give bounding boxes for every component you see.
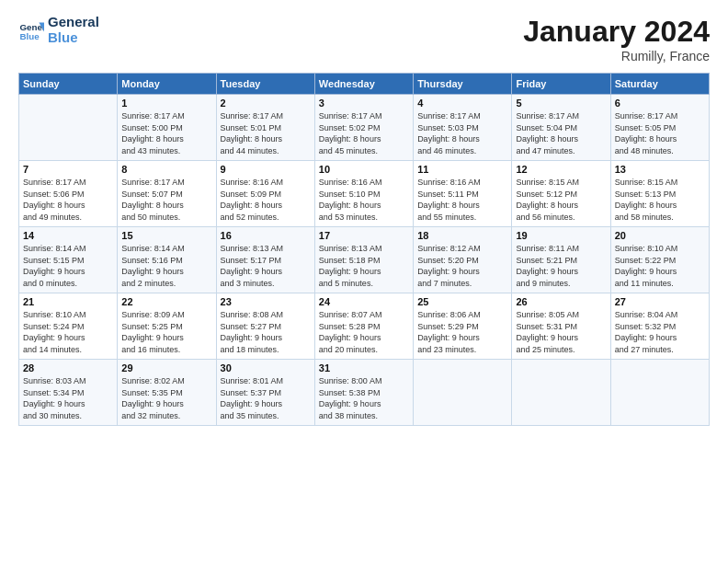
calendar-cell [610, 360, 709, 426]
day-info: Sunrise: 8:00 AM Sunset: 5:38 PM Dayligh… [319, 375, 409, 421]
week-row-3: 14Sunrise: 8:14 AM Sunset: 5:15 PM Dayli… [19, 227, 710, 293]
svg-text:Blue: Blue [19, 30, 40, 40]
day-info: Sunrise: 8:04 AM Sunset: 5:32 PM Dayligh… [615, 309, 705, 355]
day-info: Sunrise: 8:15 AM Sunset: 5:12 PM Dayligh… [516, 177, 606, 223]
day-info: Sunrise: 8:16 AM Sunset: 5:09 PM Dayligh… [221, 177, 311, 223]
calendar-cell: 8Sunrise: 8:17 AM Sunset: 5:07 PM Daylig… [118, 161, 216, 227]
logo-general: General [48, 15, 99, 30]
day-info: Sunrise: 8:17 AM Sunset: 5:06 PM Dayligh… [23, 177, 113, 223]
day-info: Sunrise: 8:17 AM Sunset: 5:04 PM Dayligh… [516, 110, 606, 156]
week-row-2: 7Sunrise: 8:17 AM Sunset: 5:06 PM Daylig… [19, 161, 710, 227]
day-number: 17 [319, 230, 409, 241]
page: General Blue General Blue January 2024 R… [0, 0, 728, 563]
day-info: Sunrise: 8:10 AM Sunset: 5:22 PM Dayligh… [615, 243, 705, 289]
day-number: 8 [121, 164, 211, 175]
logo: General Blue General Blue [18, 15, 99, 45]
day-number: 24 [319, 296, 409, 307]
day-number: 27 [615, 296, 705, 307]
month-title: January 2024 [523, 15, 710, 49]
day-info: Sunrise: 8:09 AM Sunset: 5:25 PM Dayligh… [121, 309, 211, 355]
day-number: 12 [516, 164, 606, 175]
day-number: 28 [23, 362, 113, 373]
day-number: 4 [417, 98, 507, 109]
calendar-cell: 14Sunrise: 8:14 AM Sunset: 5:15 PM Dayli… [19, 227, 118, 293]
calendar-cell: 16Sunrise: 8:13 AM Sunset: 5:17 PM Dayli… [216, 227, 314, 293]
calendar-cell: 29Sunrise: 8:02 AM Sunset: 5:35 PM Dayli… [118, 360, 216, 426]
calendar-cell: 17Sunrise: 8:13 AM Sunset: 5:18 PM Dayli… [314, 227, 413, 293]
day-number: 5 [516, 98, 606, 109]
week-row-5: 28Sunrise: 8:03 AM Sunset: 5:34 PM Dayli… [19, 360, 710, 426]
col-tuesday: Tuesday [216, 74, 314, 95]
calendar-cell: 6Sunrise: 8:17 AM Sunset: 5:05 PM Daylig… [610, 95, 709, 161]
col-saturday: Saturday [610, 74, 709, 95]
day-number: 10 [319, 164, 409, 175]
day-info: Sunrise: 8:17 AM Sunset: 5:02 PM Dayligh… [319, 110, 409, 156]
header-row: Sunday Monday Tuesday Wednesday Thursday… [19, 74, 710, 95]
calendar-cell [414, 360, 512, 426]
day-info: Sunrise: 8:16 AM Sunset: 5:10 PM Dayligh… [319, 177, 409, 223]
day-number: 1 [121, 98, 211, 109]
day-number: 19 [516, 230, 606, 241]
day-info: Sunrise: 8:10 AM Sunset: 5:24 PM Dayligh… [23, 309, 113, 355]
day-info: Sunrise: 8:17 AM Sunset: 5:00 PM Dayligh… [121, 110, 211, 156]
day-info: Sunrise: 8:03 AM Sunset: 5:34 PM Dayligh… [23, 375, 113, 421]
calendar-cell: 22Sunrise: 8:09 AM Sunset: 5:25 PM Dayli… [118, 293, 216, 360]
logo-blue: Blue [48, 30, 99, 46]
day-info: Sunrise: 8:02 AM Sunset: 5:35 PM Dayligh… [121, 375, 211, 421]
calendar-cell: 3Sunrise: 8:17 AM Sunset: 5:02 PM Daylig… [314, 95, 413, 161]
calendar-cell: 12Sunrise: 8:15 AM Sunset: 5:12 PM Dayli… [512, 161, 610, 227]
week-row-1: 1Sunrise: 8:17 AM Sunset: 5:00 PM Daylig… [19, 95, 710, 161]
day-number: 9 [221, 164, 311, 175]
day-info: Sunrise: 8:15 AM Sunset: 5:13 PM Dayligh… [615, 177, 705, 223]
col-friday: Friday [512, 74, 610, 95]
week-row-4: 21Sunrise: 8:10 AM Sunset: 5:24 PM Dayli… [19, 293, 710, 360]
day-number: 15 [121, 230, 211, 241]
calendar-cell: 20Sunrise: 8:10 AM Sunset: 5:22 PM Dayli… [610, 227, 709, 293]
calendar-cell: 2Sunrise: 8:17 AM Sunset: 5:01 PM Daylig… [216, 95, 314, 161]
calendar-cell: 11Sunrise: 8:16 AM Sunset: 5:11 PM Dayli… [414, 161, 512, 227]
calendar-cell: 30Sunrise: 8:01 AM Sunset: 5:37 PM Dayli… [216, 360, 314, 426]
day-info: Sunrise: 8:17 AM Sunset: 5:03 PM Dayligh… [417, 110, 507, 156]
calendar-cell: 26Sunrise: 8:05 AM Sunset: 5:31 PM Dayli… [512, 293, 610, 360]
day-number: 30 [221, 362, 311, 373]
day-number: 22 [121, 296, 211, 307]
day-info: Sunrise: 8:14 AM Sunset: 5:16 PM Dayligh… [121, 243, 211, 289]
calendar-table: Sunday Monday Tuesday Wednesday Thursday… [18, 73, 710, 426]
location: Rumilly, France [523, 49, 710, 63]
day-number: 14 [23, 230, 113, 241]
title-block: January 2024 Rumilly, France [523, 15, 710, 63]
day-number: 11 [417, 164, 507, 175]
col-wednesday: Wednesday [314, 74, 413, 95]
day-number: 26 [516, 296, 606, 307]
day-info: Sunrise: 8:05 AM Sunset: 5:31 PM Dayligh… [516, 309, 606, 355]
calendar-cell: 31Sunrise: 8:00 AM Sunset: 5:38 PM Dayli… [314, 360, 413, 426]
day-info: Sunrise: 8:07 AM Sunset: 5:28 PM Dayligh… [319, 309, 409, 355]
day-number: 31 [319, 362, 409, 373]
calendar-cell: 28Sunrise: 8:03 AM Sunset: 5:34 PM Dayli… [19, 360, 118, 426]
calendar-cell: 13Sunrise: 8:15 AM Sunset: 5:13 PM Dayli… [610, 161, 709, 227]
day-info: Sunrise: 8:17 AM Sunset: 5:01 PM Dayligh… [221, 110, 311, 156]
day-number: 29 [121, 362, 211, 373]
logo-icon: General Blue [18, 17, 44, 43]
day-info: Sunrise: 8:12 AM Sunset: 5:20 PM Dayligh… [417, 243, 507, 289]
day-info: Sunrise: 8:01 AM Sunset: 5:37 PM Dayligh… [221, 375, 311, 421]
day-info: Sunrise: 8:13 AM Sunset: 5:18 PM Dayligh… [319, 243, 409, 289]
day-number: 25 [417, 296, 507, 307]
header: General Blue General Blue January 2024 R… [18, 15, 710, 63]
day-number: 20 [615, 230, 705, 241]
day-info: Sunrise: 8:13 AM Sunset: 5:17 PM Dayligh… [221, 243, 311, 289]
calendar-cell: 1Sunrise: 8:17 AM Sunset: 5:00 PM Daylig… [118, 95, 216, 161]
calendar-cell: 5Sunrise: 8:17 AM Sunset: 5:04 PM Daylig… [512, 95, 610, 161]
day-info: Sunrise: 8:14 AM Sunset: 5:15 PM Dayligh… [23, 243, 113, 289]
day-info: Sunrise: 8:17 AM Sunset: 5:05 PM Dayligh… [615, 110, 705, 156]
day-number: 21 [23, 296, 113, 307]
calendar-cell: 27Sunrise: 8:04 AM Sunset: 5:32 PM Dayli… [610, 293, 709, 360]
calendar-cell: 4Sunrise: 8:17 AM Sunset: 5:03 PM Daylig… [414, 95, 512, 161]
day-number: 23 [221, 296, 311, 307]
day-number: 6 [615, 98, 705, 109]
calendar-cell: 21Sunrise: 8:10 AM Sunset: 5:24 PM Dayli… [19, 293, 118, 360]
calendar-cell: 9Sunrise: 8:16 AM Sunset: 5:09 PM Daylig… [216, 161, 314, 227]
day-number: 2 [221, 98, 311, 109]
calendar-cell: 15Sunrise: 8:14 AM Sunset: 5:16 PM Dayli… [118, 227, 216, 293]
calendar-cell: 10Sunrise: 8:16 AM Sunset: 5:10 PM Dayli… [314, 161, 413, 227]
